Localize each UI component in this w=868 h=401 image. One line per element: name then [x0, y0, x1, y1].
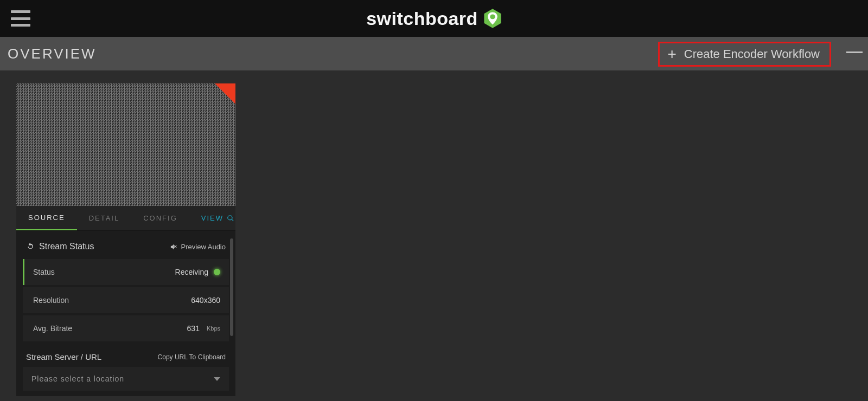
bitrate-value: 631: [187, 324, 200, 333]
status-label: Status: [33, 268, 55, 276]
brand-name: switchboard: [366, 8, 478, 29]
stream-preview[interactable]: [16, 83, 235, 206]
tab-detail[interactable]: DETAIL: [77, 206, 132, 230]
stream-status-header: Stream Status Preview Audio: [23, 238, 229, 259]
overview-bar: OVERVIEW + Create Encoder Workflow: [0, 37, 868, 70]
status-value: Receiving: [175, 268, 208, 276]
create-encoder-workflow-label: Create Encoder Workflow: [684, 47, 820, 61]
tab-source[interactable]: SOURCE: [16, 206, 77, 230]
resolution-label: Resolution: [33, 296, 69, 305]
workspace: SOURCE DETAIL CONFIG VIEW: [0, 70, 868, 401]
location-select[interactable]: Please select a location: [23, 367, 229, 391]
app-topbar: switchboard: [0, 0, 868, 37]
stream-status-heading: Stream Status: [39, 242, 94, 251]
source-panel: Stream Status Preview Audio Status Recei…: [16, 231, 235, 396]
bitrate-unit: Kbps: [207, 325, 220, 332]
preview-audio-label: Preview Audio: [181, 243, 226, 251]
brand: switchboard: [366, 8, 502, 29]
tab-detail-label: DETAIL: [89, 214, 120, 222]
audio-muted-icon: [170, 243, 178, 251]
tab-view[interactable]: VIEW: [189, 206, 246, 230]
status-row: Status Receiving: [23, 259, 229, 285]
page-title: OVERVIEW: [8, 46, 97, 62]
tab-view-label: VIEW: [201, 214, 224, 222]
tab-source-label: SOURCE: [28, 214, 65, 222]
encoder-card: SOURCE DETAIL CONFIG VIEW: [16, 83, 235, 396]
search-icon: [227, 215, 234, 222]
resolution-value: 640x360: [191, 296, 220, 305]
copy-url-button[interactable]: Copy URL To Clipboard: [158, 353, 226, 361]
preview-audio-button[interactable]: Preview Audio: [170, 243, 226, 251]
status-corner-icon: [215, 83, 235, 104]
tab-config[interactable]: CONFIG: [131, 206, 189, 230]
chevron-down-icon: [214, 377, 220, 381]
brand-logo-icon: [483, 8, 502, 29]
location-select-placeholder: Please select a location: [31, 374, 124, 383]
svg-marker-0: [484, 9, 501, 28]
collapse-icon[interactable]: [846, 51, 863, 53]
plus-icon: +: [667, 47, 676, 62]
refresh-icon: [26, 242, 35, 251]
stream-server-heading: Stream Server / URL: [26, 352, 101, 361]
create-encoder-workflow-button[interactable]: + Create Encoder Workflow: [658, 42, 831, 67]
menu-hamburger-icon[interactable]: [11, 10, 30, 27]
tab-config-label: CONFIG: [143, 214, 177, 222]
card-tabs: SOURCE DETAIL CONFIG VIEW: [16, 206, 235, 231]
bitrate-row: Avg. Bitrate 631 Kbps: [23, 315, 229, 341]
resolution-row: Resolution 640x360: [23, 287, 229, 313]
status-dot-icon: [214, 269, 220, 275]
bitrate-label: Avg. Bitrate: [33, 324, 72, 333]
stream-server-header: Stream Server / URL Copy URL To Clipboar…: [23, 344, 229, 367]
